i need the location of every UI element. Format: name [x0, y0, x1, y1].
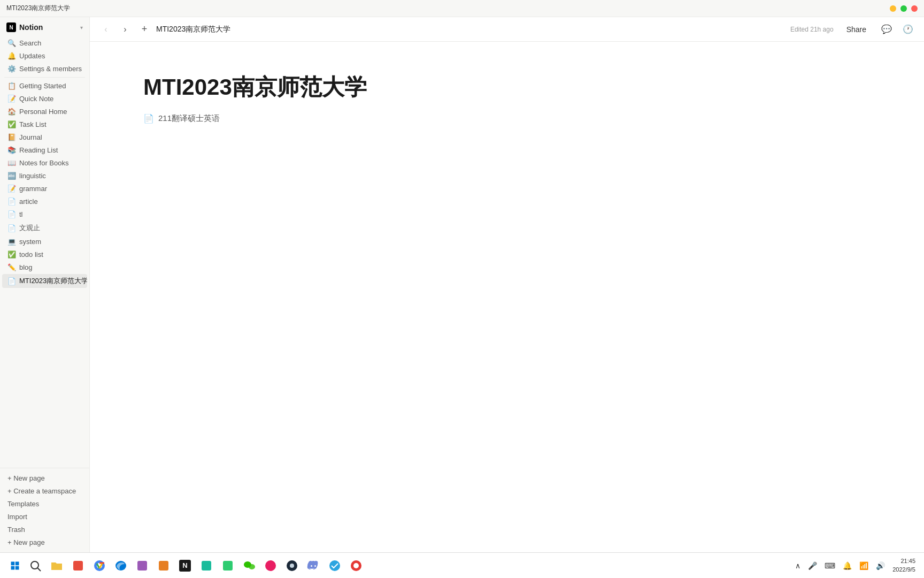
mic-icon: 🎤 — [806, 559, 819, 572]
sidebar-import[interactable]: Import — [2, 511, 87, 523]
svg-rect-10 — [137, 561, 147, 571]
sidebar-item-zhongwen[interactable]: 📄 文观止 — [2, 221, 87, 235]
minimize-button[interactable] — [890, 5, 896, 12]
comments-button[interactable]: 💬 — [879, 22, 894, 37]
linked-doc-icon: 📄 — [143, 113, 154, 124]
sidebar-item-system[interactable]: 💻 system — [2, 235, 87, 248]
sidebar-item-journal[interactable]: 📔 Journal — [2, 131, 87, 143]
sidebar-label-mti2023: MTI2023南京师范大学 — [19, 276, 87, 286]
journal-icon: 📔 — [7, 133, 16, 141]
sidebar-item-settings[interactable]: ⚙️ Settings & members — [2, 63, 87, 75]
taskbar-file-explorer-button[interactable] — [47, 556, 66, 575]
sidebar-item-quick-note[interactable]: 📝 Quick Note — [2, 93, 87, 105]
taskbar-app4-button[interactable] — [197, 556, 216, 575]
svg-rect-2 — [11, 566, 15, 569]
sidebar-label-getting-started: Getting Started — [19, 82, 66, 90]
svg-point-19 — [329, 560, 340, 571]
sidebar-label-task-list: Task List — [19, 120, 47, 128]
sidebar-label-notes-books: Notes for Books — [19, 159, 69, 167]
linked-page-item[interactable]: 📄 211翻译硕士英语 — [143, 111, 871, 126]
taskbar-recorder-button[interactable] — [346, 556, 366, 575]
taskbar-discord-button[interactable] — [304, 556, 323, 575]
search-icon: 🔍 — [7, 39, 16, 47]
toolbar: ‹ › + MTI2023南京师范大学 Edited 21h ago Share… — [90, 17, 924, 42]
sidebar-templates[interactable]: Templates — [2, 498, 87, 510]
linguistic-icon: 🔤 — [7, 172, 16, 180]
sidebar-label-reading-list: Reading List — [19, 146, 58, 154]
workspace-header[interactable]: N Notion ▾ — [0, 17, 89, 34]
svg-point-15 — [249, 564, 255, 569]
sidebar-item-personal-home[interactable]: 🏠 Personal Home — [2, 105, 87, 118]
sidebar-item-task-list[interactable]: ✅ Task List — [2, 118, 87, 131]
taskbar-app3-button[interactable] — [154, 556, 173, 575]
sidebar-items: 🔍 Search 🔔 Updates ⚙️ Settings & members… — [0, 34, 89, 468]
taskbar-tray: ∧ 🎤 ⌨ 🔔 📶 🔊 21:45 2022/9/5 — [793, 557, 918, 574]
sidebar-new-page[interactable]: + New page — [2, 472, 87, 484]
taskbar-clock[interactable]: 21:45 2022/9/5 — [890, 557, 918, 574]
sidebar-label-todo: todo list — [19, 250, 43, 258]
sidebar-new-page2[interactable]: + New page — [2, 536, 87, 549]
taskbar-app6-button[interactable] — [261, 556, 280, 575]
sidebar-item-linguistic[interactable]: 🔤 linguistic — [2, 170, 87, 182]
taskbar-steam-button[interactable] — [282, 556, 302, 575]
article-icon: 📄 — [7, 197, 16, 206]
sidebar-item-grammar[interactable]: 📝 grammar — [2, 182, 87, 195]
svg-line-5 — [38, 568, 41, 571]
taskbar-app2-button[interactable] — [133, 556, 152, 575]
sidebar-item-article[interactable]: 📄 article — [2, 195, 87, 208]
clock-icon: 🕐 — [903, 24, 913, 34]
close-button[interactable] — [911, 5, 918, 12]
sidebar-label-settings: Settings & members — [19, 65, 82, 73]
taskbar-app1-button[interactable] — [68, 556, 88, 575]
history-button[interactable]: 🕐 — [900, 22, 915, 37]
sidebar-trash[interactable]: Trash — [2, 523, 87, 536]
workspace-name: Notion — [19, 23, 77, 32]
sidebar-label-search: Search — [19, 39, 41, 47]
forward-button[interactable]: › — [118, 22, 133, 37]
sidebar-item-updates[interactable]: 🔔 Updates — [2, 50, 87, 62]
toolbar-page-title: MTI2023南京师范大学 — [156, 25, 230, 34]
svg-point-4 — [31, 561, 38, 569]
svg-rect-13 — [223, 561, 233, 571]
new-page-button[interactable]: + — [137, 22, 152, 37]
sidebar-label-linguistic: linguistic — [19, 172, 46, 180]
taskbar-app5-button[interactable] — [218, 556, 237, 575]
taskbar-telegram-button[interactable] — [325, 556, 344, 575]
sidebar-item-reading-list[interactable]: 📚 Reading List — [2, 144, 87, 156]
bell-icon: 🔔 — [7, 52, 16, 60]
checklist-icon: ✅ — [7, 120, 16, 128]
book-icon: 📖 — [7, 159, 16, 167]
sidebar-item-search[interactable]: 🔍 Search — [2, 37, 87, 49]
sidebar-label-grammar: grammar — [19, 185, 47, 193]
notion-logo: N — [6, 22, 16, 32]
share-button[interactable]: Share — [840, 22, 873, 36]
chevron-down-icon: ▾ — [80, 25, 83, 31]
svg-rect-3 — [16, 566, 19, 569]
svg-rect-6 — [73, 561, 83, 571]
app-container: N Notion ▾ 🔍 Search 🔔 Updates ⚙️ Setting… — [0, 17, 924, 552]
taskbar-notion-button[interactable]: N — [175, 556, 195, 575]
sidebar-item-blog[interactable]: ✏️ blog — [2, 261, 87, 273]
svg-point-21 — [353, 563, 359, 568]
sidebar-item-notes-books[interactable]: 📖 Notes for Books — [2, 157, 87, 169]
main-content: ‹ › + MTI2023南京师范大学 Edited 21h ago Share… — [90, 17, 924, 552]
back-button[interactable]: ‹ — [98, 22, 113, 37]
sidebar-item-getting-started[interactable]: 📋 Getting Started — [2, 80, 87, 92]
sidebar-item-todo[interactable]: ✅ todo list — [2, 248, 87, 261]
taskbar-edge-button[interactable] — [111, 556, 130, 575]
zhongwen-icon: 📄 — [7, 224, 16, 232]
mti-icon: 📄 — [7, 277, 16, 285]
sidebar-item-mti2023[interactable]: 📄 MTI2023南京师范大学 — [2, 274, 87, 288]
svg-rect-0 — [11, 561, 15, 565]
svg-rect-12 — [202, 561, 211, 571]
windows-start-button[interactable] — [6, 557, 24, 574]
taskbar: N ∧ 🎤 — [0, 552, 924, 578]
sidebar-create-teamspace[interactable]: + Create a teamspace — [2, 485, 87, 497]
taskbar-wechat-button[interactable] — [240, 556, 259, 575]
sidebar-label-system: system — [19, 238, 41, 246]
maximize-button[interactable] — [900, 5, 907, 12]
taskbar-search-button[interactable] — [26, 556, 45, 575]
sidebar-item-tl[interactable]: 📄 tl — [2, 208, 87, 220]
taskbar-chrome-button[interactable] — [90, 556, 109, 575]
home-icon: 🏠 — [7, 108, 16, 116]
